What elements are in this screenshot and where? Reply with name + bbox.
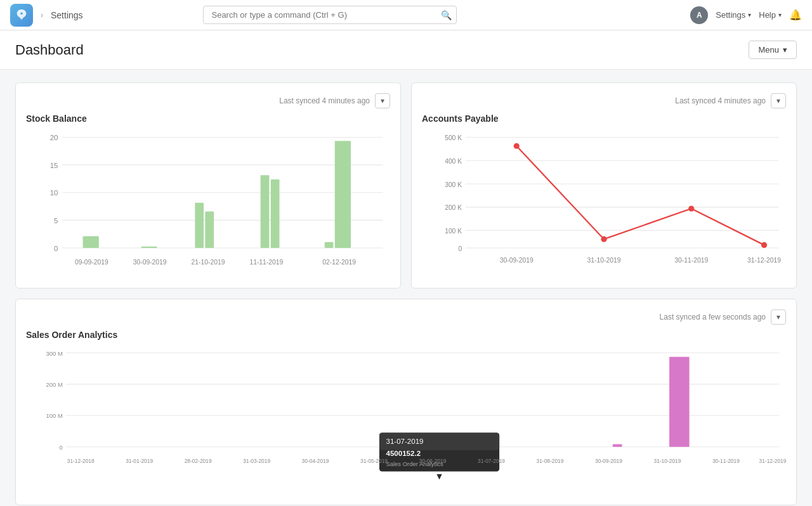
breadcrumb-chevron: ›: [41, 11, 43, 20]
help-caret: ▾: [778, 11, 782, 18]
stock-chart-header: Last synced 4 minutes ago ▾: [26, 93, 390, 108]
svg-rect-16: [325, 242, 334, 248]
svg-rect-17: [335, 141, 351, 248]
svg-text:31-10-2019: 31-10-2019: [587, 257, 621, 264]
accounts-chart-header: Last synced 4 minutes ago ▾: [422, 93, 786, 108]
svg-rect-53: [613, 444, 622, 446]
topnav-right: A Settings ▾ Help ▾ 🔔: [690, 6, 802, 24]
svg-text:100 M: 100 M: [46, 412, 63, 419]
svg-text:31-10-2019: 31-10-2019: [653, 457, 681, 464]
svg-text:4500152.2: 4500152.2: [386, 450, 421, 457]
sales-chart-svg: 300 M 200 M 100 M 0: [26, 346, 786, 493]
main-content: Last synced 4 minutes ago ▾ Stock Balanc…: [0, 70, 812, 506]
sales-chart-area: 300 M 200 M 100 M 0: [26, 346, 786, 495]
svg-rect-12: [195, 203, 204, 248]
svg-text:300 K: 300 K: [445, 181, 462, 188]
svg-text:30-09-2019: 30-09-2019: [595, 457, 622, 464]
svg-rect-15: [271, 179, 280, 248]
app-logo: [10, 4, 33, 27]
svg-text:100 K: 100 K: [445, 228, 462, 235]
stock-sync-button[interactable]: ▾: [375, 93, 390, 108]
menu-label: Menu: [758, 45, 779, 55]
svg-text:30-09-2019: 30-09-2019: [133, 259, 167, 266]
menu-caret: ▾: [783, 45, 787, 55]
accounts-payable-card: Last synced 4 minutes ago ▾ Accounts Pay…: [411, 82, 797, 289]
svg-text:0: 0: [54, 245, 58, 252]
svg-text:500 K: 500 K: [445, 134, 462, 141]
svg-text:09-09-2019: 09-09-2019: [75, 259, 108, 266]
search-bar[interactable]: 🔍: [203, 6, 457, 24]
sales-analytics-card: Last synced a few seconds ago ▾ Sales Or…: [15, 299, 797, 505]
topnav: › Settings 🔍 A Settings ▾ Help ▾ 🔔: [0, 0, 812, 30]
avatar: A: [690, 6, 708, 24]
svg-text:31-07-2019: 31-07-2019: [478, 457, 505, 464]
svg-text:31-05-2019: 31-05-2019: [360, 457, 388, 464]
svg-text:31-01-2019: 31-01-2019: [126, 457, 153, 464]
sales-sync-label: Last synced a few seconds ago: [660, 313, 766, 321]
accounts-chart-title: Accounts Payable: [422, 114, 786, 124]
stock-chart-area: 20 15 10 5 0: [26, 130, 390, 278]
svg-text:31-12-2018: 31-12-2018: [67, 457, 95, 464]
page-header: Dashboard Menu ▾: [0, 30, 812, 70]
notification-bell-icon[interactable]: 🔔: [789, 9, 802, 21]
svg-text:200 M: 200 M: [46, 381, 63, 388]
stock-balance-card: Last synced 4 minutes ago ▾ Stock Balanc…: [15, 82, 401, 289]
svg-text:20: 20: [50, 134, 58, 141]
search-icon: 🔍: [441, 10, 452, 20]
svg-point-38: [761, 242, 767, 248]
svg-text:31-12-2019: 31-12-2019: [759, 457, 787, 464]
svg-text:21-10-2019: 21-10-2019: [192, 259, 225, 266]
svg-text:30-11-2019: 30-11-2019: [674, 257, 708, 264]
sales-chart-title: Sales Order Analytics: [26, 330, 786, 340]
accounts-sync-label: Last synced 4 minutes ago: [675, 96, 766, 105]
help-button[interactable]: Help ▾: [759, 10, 782, 20]
svg-text:200 K: 200 K: [445, 204, 462, 211]
svg-text:15: 15: [50, 162, 58, 169]
svg-rect-54: [669, 356, 690, 446]
accounts-sync-button[interactable]: ▾: [771, 93, 786, 108]
svg-point-35: [514, 143, 520, 149]
svg-rect-11: [141, 247, 157, 248]
svg-marker-57: [436, 474, 442, 479]
svg-text:31-08-2019: 31-08-2019: [537, 457, 564, 464]
svg-text:28-02-2019: 28-02-2019: [185, 457, 212, 464]
accounts-chart-area: 500 K 400 K 300 K 200 K 100 K 0: [422, 130, 786, 278]
stock-sync-label: Last synced 4 minutes ago: [279, 96, 370, 105]
svg-text:400 K: 400 K: [445, 158, 462, 165]
sales-sync-button[interactable]: ▾: [771, 309, 786, 325]
svg-text:31-03-2019: 31-03-2019: [243, 457, 270, 464]
svg-text:31-07-2019: 31-07-2019: [386, 438, 423, 445]
svg-text:0: 0: [60, 443, 63, 450]
breadcrumb-settings[interactable]: Settings: [51, 10, 83, 20]
svg-rect-13: [205, 212, 214, 248]
sales-chart-header: Last synced a few seconds ago ▾: [26, 309, 786, 325]
help-label: Help: [759, 10, 776, 20]
page-title: Dashboard: [15, 42, 84, 58]
svg-text:0: 0: [458, 245, 462, 252]
svg-point-37: [688, 205, 694, 211]
svg-text:11-11-2019: 11-11-2019: [249, 259, 283, 266]
svg-text:5: 5: [54, 217, 58, 224]
svg-rect-10: [83, 237, 99, 248]
svg-text:31-12-2019: 31-12-2019: [747, 257, 781, 264]
svg-text:10: 10: [50, 189, 58, 197]
svg-rect-14: [261, 175, 270, 248]
settings-caret: ▾: [748, 11, 751, 18]
svg-text:30-04-2019: 30-04-2019: [302, 457, 329, 464]
search-input[interactable]: [203, 6, 457, 24]
svg-text:30-11-2019: 30-11-2019: [712, 457, 740, 464]
stock-chart-title: Stock Balance: [26, 114, 390, 124]
svg-text:02-12-2019: 02-12-2019: [322, 259, 356, 266]
settings-label: Settings: [716, 10, 745, 20]
menu-button[interactable]: Menu ▾: [749, 41, 797, 59]
svg-text:30-06-2019: 30-06-2019: [419, 457, 447, 464]
settings-button[interactable]: Settings ▾: [716, 10, 751, 20]
svg-text:300 M: 300 M: [46, 349, 63, 356]
svg-text:30-09-2019: 30-09-2019: [500, 257, 534, 264]
accounts-chart-svg: 500 K 400 K 300 K 200 K 100 K 0: [422, 130, 786, 276]
top-charts-row: Last synced 4 minutes ago ▾ Stock Balanc…: [15, 82, 797, 289]
svg-point-36: [601, 237, 606, 242]
stock-chart-svg: 20 15 10 5 0: [26, 130, 390, 276]
